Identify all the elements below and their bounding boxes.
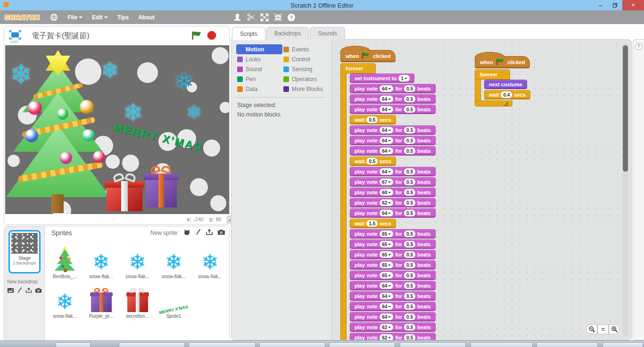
dropdown-value[interactable]: 64 bbox=[380, 314, 393, 320]
scripts-scrollbar-thumb[interactable] bbox=[623, 45, 628, 172]
play-note-block[interactable]: playnote65for0.5beats bbox=[350, 260, 436, 270]
camera-backdrop-icon[interactable] bbox=[35, 287, 42, 295]
dropdown-value[interactable]: 64 bbox=[380, 303, 393, 310]
when-flag-clicked-block[interactable]: when clicked bbox=[340, 50, 396, 62]
category-operators[interactable]: Operators bbox=[282, 74, 329, 84]
play-note-block[interactable]: playnote64for0.5beats bbox=[350, 208, 436, 218]
dropdown-value[interactable]: 65 bbox=[380, 231, 393, 237]
sprite-thumbnail-snowflake[interactable]: ❄snow-flak... bbox=[156, 240, 192, 280]
next-costume-block[interactable]: next costume bbox=[484, 80, 527, 89]
number-value[interactable]: 0.5 bbox=[404, 210, 415, 216]
number-value[interactable]: 0.5 bbox=[366, 116, 378, 123]
number-value[interactable]: 0.5 bbox=[404, 262, 415, 268]
dropdown-value[interactable]: 64 bbox=[380, 106, 393, 113]
zoom-in-button[interactable] bbox=[609, 324, 620, 334]
upload-sprite-icon[interactable] bbox=[206, 229, 213, 237]
menu-item-edit[interactable]: Edit bbox=[92, 14, 108, 21]
scratch-logo[interactable]: SCRATCH bbox=[5, 14, 40, 21]
play-note-block[interactable]: playnote65for0.5beats bbox=[350, 250, 436, 259]
snowflake-sprite[interactable]: ❄ bbox=[186, 103, 202, 122]
category-data[interactable]: Data bbox=[236, 84, 282, 94]
sprite-thumbnail-banner[interactable]: MERRY X'MASSprite1 bbox=[156, 280, 192, 320]
menu-item-about[interactable]: About bbox=[138, 14, 155, 21]
number-value[interactable]: 0.5 bbox=[404, 96, 415, 102]
play-note-block[interactable]: playnote65for0.5beats bbox=[350, 240, 436, 249]
number-value[interactable]: 0.5 bbox=[404, 137, 415, 144]
wait-secs-block[interactable]: wait0.5secs bbox=[350, 115, 396, 124]
dropdown-value[interactable]: 60 bbox=[380, 189, 393, 196]
paint-backdrop-icon[interactable] bbox=[17, 287, 23, 295]
dropdown-value[interactable]: 64 bbox=[380, 127, 393, 133]
language-globe-icon[interactable] bbox=[50, 13, 58, 21]
dropdown-value[interactable]: 64 bbox=[380, 210, 393, 216]
dropdown-value[interactable]: 64 bbox=[380, 85, 393, 92]
taskbar-button[interactable] bbox=[400, 342, 466, 347]
sprite-thumbnail-present-purple[interactable]: Purple_pr... bbox=[83, 280, 119, 320]
taskbar-button[interactable] bbox=[56, 342, 91, 347]
zoom-reset-button[interactable]: = bbox=[597, 324, 609, 334]
shrink-sprite-icon[interactable] bbox=[274, 13, 282, 22]
dropdown-value[interactable]: 65 bbox=[380, 262, 393, 268]
windows-taskbar[interactable] bbox=[0, 340, 644, 347]
number-value[interactable]: 0.5 bbox=[404, 148, 415, 154]
taskbar-button[interactable] bbox=[189, 342, 256, 347]
category-looks[interactable]: Looks bbox=[236, 54, 282, 64]
play-note-block[interactable]: playnote64for0.5beats bbox=[350, 84, 436, 93]
play-note-block[interactable]: playnote67for0.5beats bbox=[350, 177, 436, 187]
set-instrument-block[interactable]: set instrument to1 bbox=[350, 74, 414, 83]
stage-thumbnail-selected[interactable]: Stage 2 backdrops bbox=[8, 230, 41, 273]
number-value[interactable]: 0.5 bbox=[404, 282, 415, 289]
camera-sprite-icon[interactable] bbox=[217, 229, 225, 237]
play-note-block[interactable]: playnote64for0.5beats bbox=[350, 281, 436, 290]
play-note-block[interactable]: playnote64for0.5beats bbox=[350, 167, 436, 176]
play-note-block[interactable]: playnote65for0.5beats bbox=[350, 271, 436, 280]
dropdown-value[interactable]: 67 bbox=[380, 179, 393, 185]
script-area[interactable]: when clicked forever set instrument to1p… bbox=[331, 40, 632, 340]
sprite-thumbnail-present-red[interactable]: secretlon... bbox=[119, 280, 156, 320]
stage-canvas[interactable]: ❄❄❄❄❄ MERRY X'MAS bbox=[5, 45, 229, 214]
close-button[interactable]: × bbox=[622, 0, 644, 10]
menu-item-file[interactable]: File bbox=[67, 14, 83, 21]
number-value[interactable]: 0.5 bbox=[404, 106, 415, 113]
play-note-block[interactable]: playnote64for0.5beats bbox=[350, 146, 436, 156]
collapse-stage-arrow[interactable]: ◀ bbox=[227, 216, 231, 223]
dropdown-value[interactable]: 1 bbox=[398, 75, 410, 82]
category-more-blocks[interactable]: More Blocks bbox=[282, 84, 329, 94]
number-value[interactable]: 0.5 bbox=[404, 199, 415, 206]
taskbar-button[interactable] bbox=[329, 342, 395, 347]
forever-block[interactable]: forever bbox=[340, 63, 376, 74]
tab-sounds[interactable]: Sounds bbox=[310, 27, 345, 40]
green-flag-button[interactable] bbox=[191, 31, 202, 42]
play-note-block[interactable]: playnote64for0.5beats bbox=[350, 105, 436, 114]
play-note-block[interactable]: playnote65for0.5beats bbox=[350, 229, 436, 239]
grow-sprite-icon[interactable] bbox=[260, 13, 269, 22]
category-events[interactable]: Events bbox=[282, 44, 329, 54]
number-value[interactable]: 0.5 bbox=[404, 189, 415, 196]
snowflake-sprite[interactable]: ❄ bbox=[10, 61, 32, 88]
taskbar-button[interactable] bbox=[259, 342, 325, 347]
taskbar-button[interactable] bbox=[537, 342, 598, 347]
tab-scripts[interactable]: Scripts bbox=[232, 27, 265, 40]
play-note-block[interactable]: playnote62for0.5beats bbox=[350, 322, 436, 332]
snowflake-sprite[interactable]: ❄ bbox=[174, 70, 194, 93]
zoom-out-button[interactable] bbox=[586, 324, 597, 334]
number-value[interactable]: 0.5 bbox=[404, 314, 415, 320]
sprite-thumbnail-snowflake[interactable]: ❄snow-flak... bbox=[47, 280, 83, 320]
number-value[interactable]: 0.5 bbox=[404, 272, 415, 279]
number-value[interactable]: 1.5 bbox=[366, 220, 378, 227]
dropdown-value[interactable]: 64 bbox=[380, 148, 393, 154]
tab-backdrops[interactable]: Backdrops bbox=[266, 27, 309, 40]
play-note-block[interactable]: playnote64for0.5beats bbox=[350, 94, 436, 104]
sprite-library-icon[interactable] bbox=[183, 229, 191, 238]
sprite-thumbnail-snowflake[interactable]: ❄snow-flak... bbox=[119, 240, 156, 280]
duplicate-stamp-icon[interactable] bbox=[233, 13, 242, 22]
category-control[interactable]: Control bbox=[282, 54, 329, 64]
fullscreen-icon[interactable]: v430 bbox=[9, 30, 21, 41]
minimize-button[interactable]: – bbox=[594, 0, 607, 10]
wait-secs-block[interactable]: wait0.4secs bbox=[484, 90, 530, 99]
forever-block[interactable]: forever bbox=[475, 69, 510, 80]
when-flag-clicked-block[interactable]: when clicked bbox=[475, 56, 530, 68]
stop-button[interactable] bbox=[207, 31, 216, 40]
number-value[interactable]: 0.5 bbox=[404, 303, 415, 310]
delete-scissors-icon[interactable] bbox=[247, 13, 255, 21]
